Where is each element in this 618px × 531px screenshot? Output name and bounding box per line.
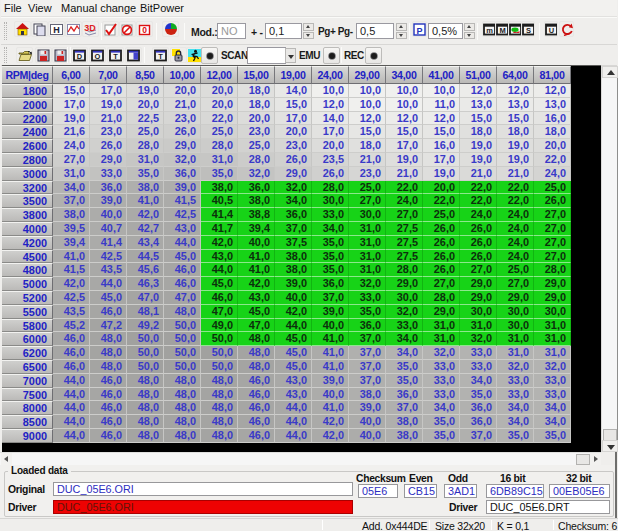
svg-text:U: U <box>549 26 554 35</box>
svg-text:P: P <box>416 25 422 35</box>
svg-text:D: D <box>77 52 83 61</box>
svg-text:0: 0 <box>142 25 147 35</box>
svg-text:M: M <box>499 26 505 35</box>
svg-text:T: T <box>158 52 163 61</box>
svg-text:S: S <box>526 26 531 35</box>
svg-text:m: m <box>486 26 493 35</box>
svg-text:T: T <box>113 52 118 61</box>
svg-text:O: O <box>95 52 101 61</box>
svg-text:3D: 3D <box>84 23 96 33</box>
svg-text:H: H <box>53 25 60 35</box>
